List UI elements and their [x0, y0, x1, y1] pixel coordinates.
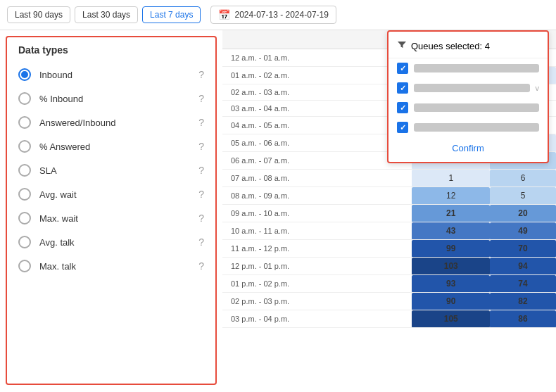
help-icon-inbound[interactable]: ?: [198, 69, 204, 80]
table-row: 12 p.m. - 01 p.m.10394: [222, 258, 556, 275]
table-row: 10 a.m. - 11 a.m.4349: [222, 222, 556, 240]
queue-suffix-2: v: [536, 84, 540, 92]
time-cell: 07 a.m. - 08 a.m.: [222, 170, 412, 187]
value-cell-1: 12: [412, 187, 490, 205]
right-panel: Queues selected: 4 v Confirm: [222, 30, 556, 391]
time-cell: 12 p.m. - 01 p.m.: [222, 258, 412, 275]
help-icon-pct-answered[interactable]: ?: [198, 141, 204, 152]
label-avg-talk: Avg. talk: [39, 237, 198, 248]
data-type-inbound[interactable]: Inbound ?: [7, 63, 215, 87]
data-type-max-talk[interactable]: Max. talk ?: [7, 254, 215, 278]
time-cell: 05 a.m. - 06 a.m.: [222, 134, 412, 152]
data-type-pct-inbound[interactable]: % Inbound ?: [7, 87, 215, 110]
value-cell-2: 5: [490, 187, 556, 205]
top-bar: Last 90 days Last 30 days Last 7 days 📅 …: [0, 0, 556, 30]
time-cell: 03 p.m. - 04 p.m.: [222, 310, 412, 328]
checkbox-queue-1[interactable]: [397, 63, 408, 74]
value-cell-2: 86: [490, 310, 556, 328]
checkbox-queue-3[interactable]: [397, 102, 408, 113]
label-max-talk: Max. talk: [39, 261, 198, 272]
table-row: 03 p.m. - 04 p.m.10586: [222, 310, 556, 328]
data-type-pct-answered[interactable]: % Answered ?: [7, 134, 215, 158]
data-type-sla[interactable]: SLA ?: [7, 158, 215, 182]
table-row: 07 a.m. - 08 a.m.16: [222, 170, 556, 187]
time-cell: 04 a.m. - 05 a.m.: [222, 117, 412, 134]
checkbox-queue-4[interactable]: [397, 122, 408, 133]
time-cell: 08 a.m. - 09 a.m.: [222, 187, 412, 205]
help-icon-max-talk[interactable]: ?: [198, 260, 204, 272]
main-layout: Data types Inbound ? % Inbound ? Answere…: [0, 30, 556, 391]
label-pct-inbound: % Inbound: [39, 94, 198, 104]
value-cell-2: 70: [490, 240, 556, 258]
radio-max-wait: [18, 212, 31, 225]
queue-name-bar-4: [414, 123, 539, 132]
time-cell: 11 a.m. - 12 p.m.: [222, 240, 412, 258]
help-icon-sla[interactable]: ?: [198, 165, 204, 176]
radio-avg-talk: [18, 236, 31, 248]
time-cell: 01 p.m. - 02 p.m.: [222, 275, 412, 293]
time-cell: 02 p.m. - 03 p.m.: [222, 293, 412, 310]
last-90-btn[interactable]: Last 90 days: [7, 6, 70, 23]
value-cell-2: 6: [490, 170, 556, 187]
value-cell-1: 43: [412, 222, 490, 240]
panel-title: Data types: [7, 44, 215, 63]
value-cell-2: 82: [490, 293, 556, 310]
value-cell-2: 20: [490, 205, 556, 222]
value-cell-1: 1: [412, 170, 490, 187]
data-type-max-wait[interactable]: Max. wait ?: [7, 206, 215, 230]
table-row: 08 a.m. - 09 a.m.125: [222, 187, 556, 205]
time-cell: 02 a.m. - 03 a.m.: [222, 84, 412, 101]
label-answered-inbound: Answered/Inbound: [39, 118, 198, 128]
date-range-picker[interactable]: 📅 2024-07-13 - 2024-07-19: [210, 6, 336, 24]
queue-item-3[interactable]: [388, 98, 548, 118]
time-cell: 03 a.m. - 04 a.m.: [222, 101, 412, 117]
table-row: 09 a.m. - 10 a.m.2120: [222, 205, 556, 222]
value-cell-1: 99: [412, 240, 490, 258]
queue-item-1[interactable]: [388, 58, 548, 78]
radio-avg-wait: [18, 188, 31, 201]
value-cell-1: 21: [412, 205, 490, 222]
queue-item-2[interactable]: v: [388, 78, 548, 98]
time-cell: 01 a.m. - 02 a.m.: [222, 67, 412, 84]
last-30-btn[interactable]: Last 30 days: [75, 6, 138, 23]
time-cell: 06 a.m. - 07 a.m.: [222, 152, 412, 170]
data-type-answered-inbound[interactable]: Answered/Inbound ?: [7, 110, 215, 134]
queue-item-4[interactable]: [388, 118, 548, 137]
value-cell-2: 94: [490, 258, 556, 275]
filter-icon: [397, 40, 407, 52]
queue-popup-header: Queues selected: 4: [388, 36, 548, 58]
label-sla: SLA: [39, 165, 198, 176]
radio-inbound-fill: [21, 71, 28, 78]
value-cell-2: 74: [490, 275, 556, 293]
radio-pct-answered: [18, 140, 31, 153]
table-row: 02 p.m. - 03 p.m.9082: [222, 293, 556, 310]
table-row: 01 p.m. - 02 p.m.9374: [222, 275, 556, 293]
checkbox-queue-2[interactable]: [397, 82, 408, 94]
radio-max-talk: [18, 260, 31, 272]
label-pct-answered: % Answered: [39, 141, 198, 152]
table-row: 11 a.m. - 12 p.m.9970: [222, 240, 556, 258]
help-icon-pct-inbound[interactable]: ?: [198, 93, 204, 104]
help-icon-avg-talk[interactable]: ?: [198, 236, 204, 248]
value-cell-2: 49: [490, 222, 556, 240]
radio-pct-inbound: [18, 92, 31, 105]
radio-answered-inbound: [18, 116, 31, 129]
label-avg-wait: Avg. wait: [39, 189, 198, 200]
confirm-button[interactable]: Confirm: [388, 139, 548, 158]
radio-inbound: [18, 68, 31, 81]
help-icon-avg-wait[interactable]: ?: [198, 189, 204, 200]
radio-sla: [18, 164, 31, 177]
value-cell-1: 103: [412, 258, 490, 275]
date-range-text: 2024-07-13 - 2024-07-19: [234, 10, 328, 20]
queue-header-text: Queues selected: 4: [411, 41, 490, 51]
data-type-avg-talk[interactable]: Avg. talk ?: [7, 230, 215, 254]
help-icon-max-wait[interactable]: ?: [198, 213, 204, 224]
value-cell-1: 93: [412, 275, 490, 293]
last-7-btn[interactable]: Last 7 days: [142, 6, 201, 23]
help-icon-answered-inbound[interactable]: ?: [198, 117, 204, 128]
data-type-avg-wait[interactable]: Avg. wait ?: [7, 182, 215, 206]
label-inbound: Inbound: [39, 70, 198, 80]
time-cell: 09 a.m. - 10 a.m.: [222, 205, 412, 222]
value-cell-1: 105: [412, 310, 490, 328]
col-time: [222, 30, 412, 49]
